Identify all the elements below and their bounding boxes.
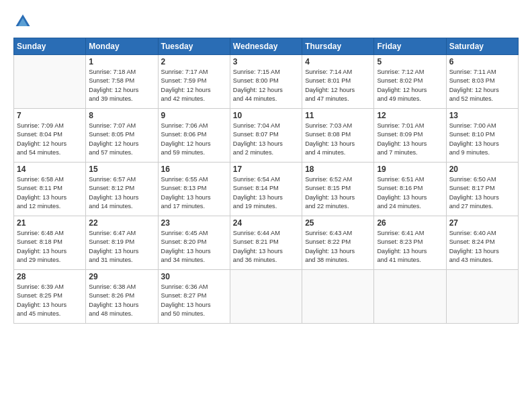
day-number: 19	[377, 165, 443, 174]
day-number: 15	[89, 165, 154, 174]
day-cell: 6Sunrise: 7:11 AM Sunset: 8:03 PM Daylig…	[446, 55, 518, 109]
day-cell: 13Sunrise: 7:00 AM Sunset: 8:10 PM Dayli…	[446, 109, 518, 163]
calendar-header: SundayMondayTuesdayWednesdayThursdayFrid…	[14, 38, 519, 55]
day-cell: 16Sunrise: 6:55 AM Sunset: 8:13 PM Dayli…	[158, 163, 230, 216]
day-number: 1	[89, 57, 154, 66]
logo-icon	[13, 12, 32, 31]
day-cell	[14, 55, 86, 109]
day-info: Sunrise: 6:44 AM Sunset: 8:21 PM Dayligh…	[233, 229, 299, 265]
day-number: 13	[449, 111, 515, 120]
day-number: 28	[17, 272, 83, 281]
day-info: Sunrise: 7:00 AM Sunset: 8:10 PM Dayligh…	[449, 122, 515, 157]
day-number: 2	[161, 57, 227, 66]
day-number: 21	[17, 218, 83, 228]
day-info: Sunrise: 6:43 AM Sunset: 8:22 PM Dayligh…	[305, 229, 371, 265]
page: SundayMondayTuesdayWednesdayThursdayFrid…	[0, 0, 532, 411]
header	[13, 12, 519, 31]
day-number: 11	[305, 111, 371, 120]
header-cell-sunday: Sunday	[14, 38, 86, 55]
day-cell: 12Sunrise: 7:01 AM Sunset: 8:09 PM Dayli…	[374, 109, 446, 163]
header-cell-monday: Monday	[86, 38, 158, 55]
day-number: 9	[161, 111, 227, 120]
day-info: Sunrise: 7:11 AM Sunset: 8:03 PM Dayligh…	[449, 68, 515, 103]
week-row-4: 28Sunrise: 6:39 AM Sunset: 8:25 PM Dayli…	[14, 270, 519, 324]
day-number: 7	[17, 111, 83, 120]
day-cell: 8Sunrise: 7:07 AM Sunset: 8:05 PM Daylig…	[86, 109, 158, 163]
day-cell: 17Sunrise: 6:54 AM Sunset: 8:14 PM Dayli…	[230, 163, 302, 216]
logo	[13, 12, 35, 31]
day-info: Sunrise: 6:40 AM Sunset: 8:24 PM Dayligh…	[449, 229, 515, 265]
day-info: Sunrise: 6:50 AM Sunset: 8:17 PM Dayligh…	[449, 175, 515, 211]
day-cell: 24Sunrise: 6:44 AM Sunset: 8:21 PM Dayli…	[230, 216, 302, 270]
day-info: Sunrise: 6:52 AM Sunset: 8:15 PM Dayligh…	[305, 175, 371, 211]
day-info: Sunrise: 6:39 AM Sunset: 8:25 PM Dayligh…	[17, 283, 83, 318]
day-number: 14	[17, 165, 83, 174]
day-cell: 10Sunrise: 7:04 AM Sunset: 8:07 PM Dayli…	[230, 109, 302, 163]
day-cell: 4Sunrise: 7:14 AM Sunset: 8:01 PM Daylig…	[302, 55, 374, 109]
day-info: Sunrise: 6:55 AM Sunset: 8:13 PM Dayligh…	[161, 175, 227, 211]
day-info: Sunrise: 6:51 AM Sunset: 8:16 PM Dayligh…	[377, 175, 443, 211]
day-cell: 23Sunrise: 6:45 AM Sunset: 8:20 PM Dayli…	[158, 216, 230, 270]
day-number: 22	[89, 218, 154, 228]
day-cell: 3Sunrise: 7:15 AM Sunset: 8:00 PM Daylig…	[230, 55, 302, 109]
day-info: Sunrise: 6:41 AM Sunset: 8:23 PM Dayligh…	[377, 229, 443, 265]
header-cell-tuesday: Tuesday	[158, 38, 230, 55]
day-cell: 28Sunrise: 6:39 AM Sunset: 8:25 PM Dayli…	[14, 270, 86, 324]
day-cell: 25Sunrise: 6:43 AM Sunset: 8:22 PM Dayli…	[302, 216, 374, 270]
day-number: 25	[305, 218, 371, 228]
day-cell	[446, 270, 518, 324]
day-cell: 11Sunrise: 7:03 AM Sunset: 8:08 PM Dayli…	[302, 109, 374, 163]
day-number: 23	[161, 218, 227, 228]
day-cell: 20Sunrise: 6:50 AM Sunset: 8:17 PM Dayli…	[446, 163, 518, 216]
week-row-2: 14Sunrise: 6:58 AM Sunset: 8:11 PM Dayli…	[14, 163, 519, 216]
day-info: Sunrise: 7:14 AM Sunset: 8:01 PM Dayligh…	[305, 68, 371, 103]
day-cell: 15Sunrise: 6:57 AM Sunset: 8:12 PM Dayli…	[86, 163, 158, 216]
calendar-table: SundayMondayTuesdayWednesdayThursdayFrid…	[13, 38, 519, 324]
day-cell: 7Sunrise: 7:09 AM Sunset: 8:04 PM Daylig…	[14, 109, 86, 163]
day-number: 24	[233, 218, 299, 228]
week-row-1: 7Sunrise: 7:09 AM Sunset: 8:04 PM Daylig…	[14, 109, 519, 163]
day-info: Sunrise: 7:07 AM Sunset: 8:05 PM Dayligh…	[89, 122, 154, 157]
day-cell: 5Sunrise: 7:12 AM Sunset: 8:02 PM Daylig…	[374, 55, 446, 109]
day-number: 4	[305, 57, 371, 66]
day-number: 27	[449, 218, 515, 228]
day-number: 17	[233, 165, 299, 174]
day-number: 16	[161, 165, 227, 174]
day-info: Sunrise: 6:54 AM Sunset: 8:14 PM Dayligh…	[233, 175, 299, 211]
day-number: 20	[449, 165, 515, 174]
day-info: Sunrise: 6:57 AM Sunset: 8:12 PM Dayligh…	[89, 175, 154, 211]
header-cell-thursday: Thursday	[302, 38, 374, 55]
day-number: 18	[305, 165, 371, 174]
day-number: 29	[89, 272, 154, 281]
header-cell-wednesday: Wednesday	[230, 38, 302, 55]
day-cell	[230, 270, 302, 324]
day-cell: 26Sunrise: 6:41 AM Sunset: 8:23 PM Dayli…	[374, 216, 446, 270]
day-cell: 19Sunrise: 6:51 AM Sunset: 8:16 PM Dayli…	[374, 163, 446, 216]
day-info: Sunrise: 6:36 AM Sunset: 8:27 PM Dayligh…	[161, 283, 227, 318]
day-info: Sunrise: 6:45 AM Sunset: 8:20 PM Dayligh…	[161, 229, 227, 265]
week-row-0: 1Sunrise: 7:18 AM Sunset: 7:58 PM Daylig…	[14, 55, 519, 109]
header-row: SundayMondayTuesdayWednesdayThursdayFrid…	[14, 38, 519, 55]
day-cell: 1Sunrise: 7:18 AM Sunset: 7:58 PM Daylig…	[86, 55, 158, 109]
day-info: Sunrise: 7:15 AM Sunset: 8:00 PM Dayligh…	[233, 68, 299, 103]
day-info: Sunrise: 7:09 AM Sunset: 8:04 PM Dayligh…	[17, 122, 83, 157]
day-number: 6	[449, 57, 515, 66]
day-number: 26	[377, 218, 443, 228]
day-info: Sunrise: 6:47 AM Sunset: 8:19 PM Dayligh…	[89, 229, 154, 265]
day-cell: 29Sunrise: 6:38 AM Sunset: 8:26 PM Dayli…	[86, 270, 158, 324]
day-info: Sunrise: 7:06 AM Sunset: 8:06 PM Dayligh…	[161, 122, 227, 157]
day-info: Sunrise: 7:12 AM Sunset: 8:02 PM Dayligh…	[377, 68, 443, 103]
day-number: 3	[233, 57, 299, 66]
day-number: 12	[377, 111, 443, 120]
day-number: 10	[233, 111, 299, 120]
day-cell: 2Sunrise: 7:17 AM Sunset: 7:59 PM Daylig…	[158, 55, 230, 109]
day-cell: 21Sunrise: 6:48 AM Sunset: 8:18 PM Dayli…	[14, 216, 86, 270]
day-cell	[374, 270, 446, 324]
day-info: Sunrise: 7:03 AM Sunset: 8:08 PM Dayligh…	[305, 122, 371, 157]
day-cell: 27Sunrise: 6:40 AM Sunset: 8:24 PM Dayli…	[446, 216, 518, 270]
header-cell-saturday: Saturday	[446, 38, 518, 55]
day-info: Sunrise: 7:17 AM Sunset: 7:59 PM Dayligh…	[161, 68, 227, 103]
day-info: Sunrise: 6:48 AM Sunset: 8:18 PM Dayligh…	[17, 229, 83, 265]
header-cell-friday: Friday	[374, 38, 446, 55]
day-info: Sunrise: 7:18 AM Sunset: 7:58 PM Dayligh…	[89, 68, 154, 103]
